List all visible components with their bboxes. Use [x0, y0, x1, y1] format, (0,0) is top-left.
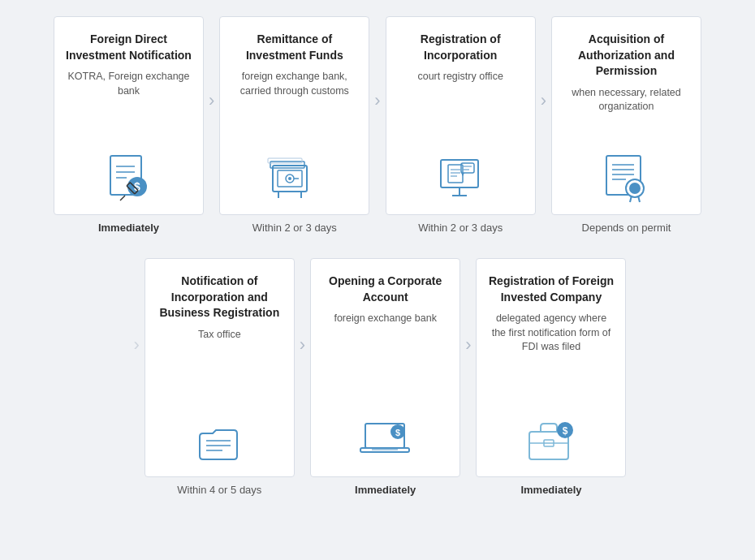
step-6-icon: $ [357, 408, 414, 465]
step-6-subtitle: foreign exchange bank [334, 312, 436, 326]
step-2-timing: Within 2 or 3 days [252, 222, 337, 234]
step-4-timing: Depends on permit [582, 222, 671, 234]
step-4-card: Acquisition of Authorization and Permiss… [551, 16, 701, 215]
step-5-card: Notification of Incorporation and Busine… [145, 258, 295, 477]
step-5-subtitle: Tax office [198, 328, 241, 342]
step-6-card: Opening a Corporate Account foreign exch… [310, 258, 460, 477]
arrow-row2-left: › [134, 334, 140, 355]
svg-text:$: $ [563, 425, 568, 437]
svg-rect-16 [268, 158, 302, 163]
arrow-5-6: › [300, 334, 305, 355]
step-4-wrapper: Acquisition of Authorization and Permiss… [551, 16, 701, 234]
svg-text:$: $ [395, 428, 400, 437]
arrow-6-7: › [465, 334, 471, 355]
step-2-card: Remittance of Investment Funds foreign e… [219, 16, 369, 215]
step-6-title: Opening a Corporate Account [322, 274, 448, 305]
svg-point-11 [288, 177, 291, 180]
step-1-title: Foreign Direct Investment Notification [66, 32, 192, 63]
svg-line-7 [120, 196, 125, 200]
step-7-subtitle: delegated agency where the first notific… [488, 312, 614, 355]
step-4-icon [600, 146, 653, 203]
row-2: › Notification of Incorporation and Busi… [24, 258, 731, 496]
step-3-wrapper: Registration of Incorporation court regi… [386, 16, 536, 234]
step-7-timing: Immediately [520, 484, 581, 496]
step-3-title: Registration of Incorporation [398, 32, 524, 63]
step-2-subtitle: foreign exchange bank, carried through c… [231, 70, 357, 98]
step-7-wrapper: Registration of Foreign Invested Company… [476, 258, 626, 496]
step-6-wrapper: Opening a Corporate Account foreign exch… [310, 258, 460, 496]
step-5-icon [193, 408, 246, 465]
step-3-card: Registration of Incorporation court regi… [386, 16, 536, 215]
step-6-timing: Immediately [355, 484, 416, 496]
step-4-title: Acquisition of Authorization and Permiss… [563, 32, 689, 80]
step-2-title: Remittance of Investment Funds [231, 32, 357, 63]
step-1-card: Foreign Direct Investment Notification K… [54, 16, 204, 215]
arrow-1-2: › [209, 90, 214, 111]
step-5-timing: Within 4 or 5 days [177, 484, 261, 496]
arrow-2-3: › [374, 90, 380, 111]
step-1-subtitle: KOTRA, Foreign exchange bank [66, 70, 192, 98]
step-2-icon [266, 146, 323, 203]
step-1-icon: $ [102, 146, 155, 203]
row-1: Foreign Direct Investment Notification K… [24, 16, 731, 234]
step-2-wrapper: Remittance of Investment Funds foreign e… [219, 16, 369, 234]
step-3-subtitle: court registry office [417, 70, 503, 84]
svg-rect-17 [441, 160, 478, 187]
step-3-timing: Within 2 or 3 days [418, 222, 503, 234]
step-4-subtitle: when necessary, related organization [563, 86, 689, 114]
svg-point-34 [629, 183, 641, 194]
step-3-icon [434, 146, 487, 203]
step-5-wrapper: Notification of Incorporation and Busine… [145, 258, 295, 496]
step-7-card: Registration of Foreign Invested Company… [476, 258, 626, 477]
step-1-timing: Immediately [98, 222, 159, 234]
step-7-title: Registration of Foreign Invested Company [488, 274, 614, 305]
step-5-title: Notification of Incorporation and Busine… [157, 274, 283, 321]
arrow-3-4: › [541, 90, 546, 111]
svg-marker-27 [461, 173, 464, 176]
step-7-icon: $ [523, 408, 580, 465]
step-1-wrapper: Foreign Direct Investment Notification K… [54, 16, 204, 234]
